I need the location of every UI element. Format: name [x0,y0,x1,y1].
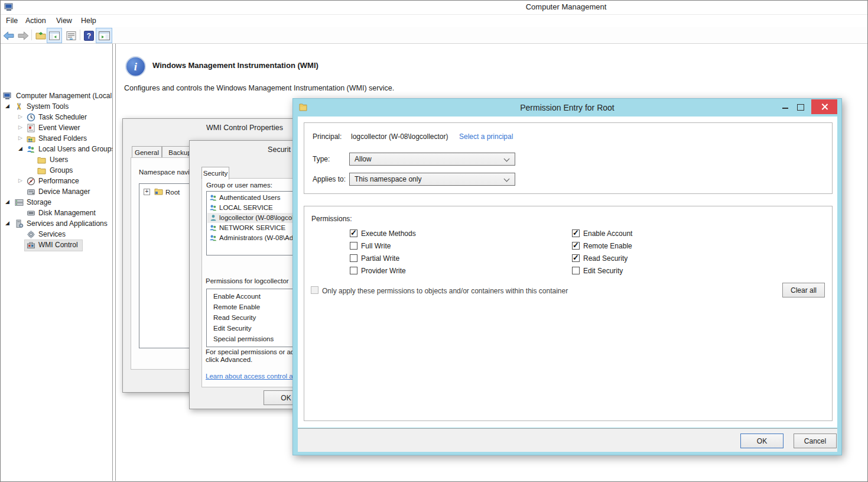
security-dialog-title: Securit [190,145,291,154]
expanded-arrow-icon[interactable]: ◢ [5,103,9,109]
tree-item-wmi-control[interactable]: WMI Control [1,240,112,250]
menu-view[interactable]: View [56,17,72,25]
folder-icon [37,166,46,175]
advanced-note-line2: click Advanced. [206,356,252,363]
tree-item-groups[interactable]: Groups [1,166,112,176]
learn-about-access-link[interactable]: Learn about access control and [206,373,300,380]
group-name: NETWORK SERVICE [219,224,285,231]
tree-item-label: Shared Folders [38,134,87,143]
collapsed-arrow-icon[interactable]: ▷ [18,124,22,130]
root-node-label[interactable]: Root [165,189,180,196]
ok-button[interactable]: OK [740,434,784,448]
permission-entry-dialog: Permission Entry for Root Principal: log… [292,98,842,455]
collapsed-arrow-icon[interactable]: ▷ [18,177,22,183]
permission-row[interactable]: Enable Account [213,293,261,300]
tree-item-label: Task Scheduler [38,113,87,121]
tree-item-users[interactable]: Users [1,155,112,165]
clear-all-button[interactable]: Clear all [782,283,825,297]
namespace-label: Namespace navig [139,169,193,176]
group-icon [209,234,217,242]
group-user-names-label: Group or user names: [206,182,272,189]
services-icon [27,230,35,239]
show-console-tree-button[interactable] [47,28,62,43]
tree-item-label: Event Viewer [38,124,80,132]
show-action-pane-button[interactable] [96,28,112,43]
checkbox-remote-enable[interactable] [572,242,580,250]
cancel-button[interactable]: Cancel [794,434,837,448]
svg-text:?: ? [87,32,91,40]
console-tree-icon [49,31,60,40]
permission-row[interactable]: Edit Security [213,325,252,332]
tree-item-storage[interactable]: ◢ Storage [1,198,112,208]
local-users-groups-icon [27,145,35,154]
computer-management-window: Computer Management File Action View Hel… [0,0,868,482]
checkbox-provider-write[interactable] [350,267,357,274]
toolbar: ? [0,27,868,44]
menu-action[interactable]: Action [25,17,46,25]
forward-button[interactable] [16,28,31,43]
expanded-arrow-icon[interactable]: ◢ [5,220,9,226]
permission-row[interactable]: Special permissions [213,335,274,342]
type-value: Allow [355,155,372,163]
tree-item-label: Storage [27,198,51,206]
back-button[interactable] [1,28,16,43]
maximize-button[interactable] [797,104,804,111]
tree-item-services[interactable]: Services [1,229,112,240]
tree-item-local-users-and-groups[interactable]: ◢ Local Users and Groups [1,144,112,154]
window-titlebar[interactable]: Computer Management [0,0,868,15]
tree-item-event-viewer[interactable]: ▷ Event Viewer [1,123,112,133]
toolbar-separator [31,30,32,40]
tree-item-system-tools[interactable]: ◢ System Tools [1,102,112,112]
tree-item-disk-management[interactable]: Disk Management [1,208,112,218]
checkbox-enable-account[interactable] [572,229,580,237]
collapsed-arrow-icon[interactable]: ▷ [18,114,22,119]
tree-item-device-manager[interactable]: Device Manager [1,187,112,197]
applies-to-dropdown[interactable]: This namespace only [349,173,515,186]
type-label: Type: [313,155,330,163]
permission-dialog-titlebar[interactable]: Permission Entry for Root [293,99,841,117]
checkbox-execute-methods[interactable] [350,229,357,237]
tree-item-performance[interactable]: ▷ Performance [1,176,112,186]
tree-item-shared-folders[interactable]: ▷ Shared Folders [1,134,112,144]
toolbar-separator [80,30,80,40]
tree-item-label: WMI Control [38,241,78,249]
group-name: Authenticated Users [219,194,281,201]
select-principal-link[interactable]: Select a principal [459,132,513,141]
type-dropdown[interactable]: Allow [349,153,515,166]
export-list-button[interactable] [33,28,48,43]
menu-file[interactable]: File [6,17,18,25]
tree-item-task-scheduler[interactable]: ▷ Task Scheduler [1,112,112,122]
tree-item-label: Groups [50,166,73,174]
expanded-arrow-icon[interactable]: ◢ [18,145,22,151]
permissions-groupbox: Permissions: Execute Methods Full Write … [304,206,833,421]
checkbox-edit-security[interactable] [572,267,580,274]
tree-item-label: Services [38,230,66,238]
collapsed-arrow-icon[interactable]: ▷ [18,135,22,141]
close-icon [821,103,828,111]
tab-security[interactable]: Security [201,167,229,180]
expand-plus-icon[interactable]: + [144,189,150,195]
checkbox-full-write[interactable] [350,242,357,250]
permissions-for-label: Permissions for logcollector [206,277,289,284]
permission-row[interactable]: Remote Enable [213,303,260,310]
tree-item-services-and-applications[interactable]: ◢ Services and Applications [1,219,112,229]
maximize-icon [797,104,804,111]
permissions-label: Permissions: [311,215,352,223]
properties-button[interactable] [63,28,79,43]
wmi-info-icon: i [125,56,146,77]
folder-icon [37,156,46,164]
menu-help[interactable]: Help [81,17,96,25]
panel-splitter[interactable] [112,44,116,481]
tree-item-computer-management[interactable]: Computer Management (Local [1,91,112,101]
checkbox-partial-write[interactable] [350,254,357,262]
checkbox-read-security[interactable] [572,254,580,262]
permission-row[interactable]: Read Security [213,314,256,321]
close-button[interactable] [811,99,837,114]
tree-item-label: Local Users and Groups [38,145,112,153]
minimize-button[interactable] [782,108,788,109]
group-name: Administrators (W-08\Adm [219,234,299,241]
expanded-arrow-icon[interactable]: ◢ [5,199,9,205]
help-icon: ? [84,31,94,41]
user-icon [209,214,217,222]
help-button[interactable]: ? [82,28,96,43]
